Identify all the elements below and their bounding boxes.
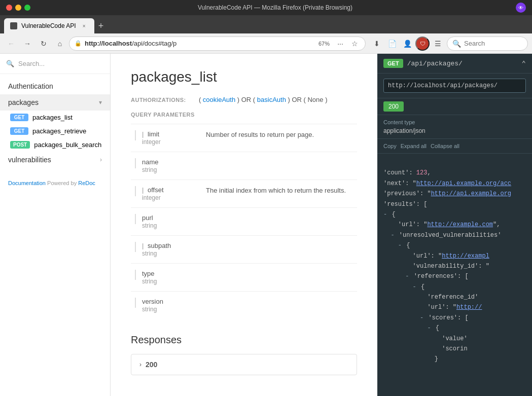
browser-search-input[interactable] [464,40,522,47]
param-name: purl [142,214,153,222]
sidebar-search-input[interactable] [18,60,104,67]
extension-btn[interactable]: 🛡 [415,37,430,51]
close-window-btn[interactable] [6,5,12,11]
bookmark-btn[interactable]: ☆ [349,38,360,49]
sidebar-footer: Documentation Powered by ReDoc [0,172,110,194]
sidebar: 🔍 Authentication packages ▾ GET packages… [0,54,111,396]
maximize-window-btn[interactable] [24,5,30,11]
table-row: | offset integer The initial index from … [131,180,357,208]
search-magnifier-icon: 🔍 [452,40,461,48]
download-btn[interactable]: ⬇ [370,37,384,51]
content-type-area: Content type application/json [377,115,532,139]
profile-btn[interactable]: 👤 [400,37,414,51]
vuln-url-link[interactable]: http://exampl [442,253,489,260]
more-icon: ··· [337,40,343,48]
get-badge-list: GET [10,114,28,121]
param-optional: | [142,242,144,249]
unresolved-item-collapse[interactable]: - [398,242,402,249]
address-domain: http://localhost/api/docs#tag/p [85,40,176,47]
more-btn[interactable]: ··· [335,38,346,49]
status-area: 200 [377,98,532,115]
collapse-panel-btn[interactable]: ⌃ [522,59,526,68]
packages-bulk-search-label: packages_bulk_search [34,141,101,149]
tab-close-btn[interactable]: × [80,22,88,30]
get-badge-retrieve: GET [10,127,28,135]
sidebar-search-icon: 🔍 [6,60,14,67]
url-input[interactable] [383,79,526,93]
forward-btn[interactable]: → [20,37,34,51]
table-row: type string [131,264,357,292]
minimize-window-btn[interactable] [15,5,21,11]
table-row: | subpath string [131,236,357,264]
table-row: name string [131,152,357,180]
address-bar[interactable]: 🔒 http://localhost/api/docs#tag/p 67% ··… [69,37,366,51]
redoc-link[interactable]: ReDoc [78,180,95,186]
previous-link[interactable]: http://api.example.org [431,190,511,197]
param-optional: | [142,186,144,194]
sidebar-item-packages-bulk-search[interactable]: POST packages_bulk_search [0,138,110,152]
param-type: integer [142,194,161,201]
table-row: purl string [131,208,357,236]
unresolved-collapse[interactable]: - [391,232,394,239]
download-icon: ⬇ [374,40,380,48]
next-link[interactable]: http://api.example.org/acc [416,180,511,187]
param-name: limit [148,130,159,138]
expand-all-btn[interactable]: Expand all [401,142,427,150]
tab-label: VulnerableCode API [21,22,76,29]
query-params-label: QUERY PARAMETERS [131,112,357,118]
zoom-level[interactable]: 67% [316,40,332,48]
back-btn[interactable]: ← [4,37,18,51]
param-type: string [142,250,157,257]
response-chevron-icon: › [139,361,141,368]
auth-value: ( cookieAuth ) OR ( basicAuth ) OR ( Non… [199,96,328,103]
refs-collapse[interactable]: - [405,273,409,280]
results-collapse[interactable]: - [383,211,387,218]
documentation-link[interactable]: Documentation [8,180,46,186]
table-row: version string [131,292,357,319]
param-type: string [142,306,157,313]
sidebar-item-vulnerabilities[interactable]: vulnerabilities › [0,152,110,168]
ref-url-link[interactable]: http:// [456,304,482,311]
param-name: name [142,158,159,166]
responses-title: Responses [131,334,357,346]
browser-title: VulnerableCode API — Mozilla Firefox (Pr… [39,4,512,11]
table-row: | limit integer Number of results to ret… [131,124,357,152]
param-name: version [142,298,163,305]
sidebar-item-packages-list[interactable]: GET packages_list [0,111,110,124]
new-tab-btn[interactable]: + [94,18,108,33]
param-name: subpath [148,242,171,249]
browser-search-bar[interactable]: 🔍 [447,37,528,51]
param-type: integer [142,138,161,146]
packages-label: packages [8,98,39,106]
param-type: string [142,166,157,173]
scores-collapse[interactable]: - [420,314,423,321]
basic-auth-link[interactable]: basicAuth [257,96,286,103]
url-link[interactable]: http://example.com [427,221,493,228]
ref-item-collapse[interactable]: - [413,283,416,291]
home-icon: ⌂ [58,40,62,48]
collapse-all-btn[interactable]: Collapse all [431,142,459,150]
url-input-area [377,74,532,98]
cookie-auth-link[interactable]: cookieAuth [203,96,235,103]
footer-powered-by: Powered by [47,180,78,186]
address-text: http://localhost/api/docs#tag/p [85,40,313,47]
tab-favicon [10,22,17,29]
active-tab[interactable]: VulnerableCode API × [4,18,94,33]
sidebar-item-packages-retrieve[interactable]: GET packages_retrieve [0,124,110,138]
home-btn[interactable]: ⌂ [53,37,67,51]
reader-btn[interactable]: 📄 [385,37,399,51]
titlebar: VulnerableCode API — Mozilla Firefox (Pr… [0,0,532,15]
vulnerabilities-label: vulnerabilities [8,156,51,164]
response-200-item[interactable]: › 200 [131,354,357,375]
back-icon: ← [8,40,15,48]
copy-btn[interactable]: Copy [383,142,397,150]
sidebar-item-authentication[interactable]: Authentication [0,78,110,94]
score-item-collapse[interactable]: - [427,325,431,332]
reload-icon: ↻ [41,40,47,48]
reload-btn[interactable]: ↻ [37,37,51,51]
nav-bar: ← → ↻ ⌂ 🔒 http://localhost/api/docs#tag/… [0,33,532,54]
sidebar-item-packages[interactable]: packages ▾ [0,94,110,111]
sidebar-nav: Authentication packages ▾ GET packages_l… [0,74,110,172]
param-optional: | [142,130,144,138]
menu-btn[interactable]: ☰ [431,37,445,51]
